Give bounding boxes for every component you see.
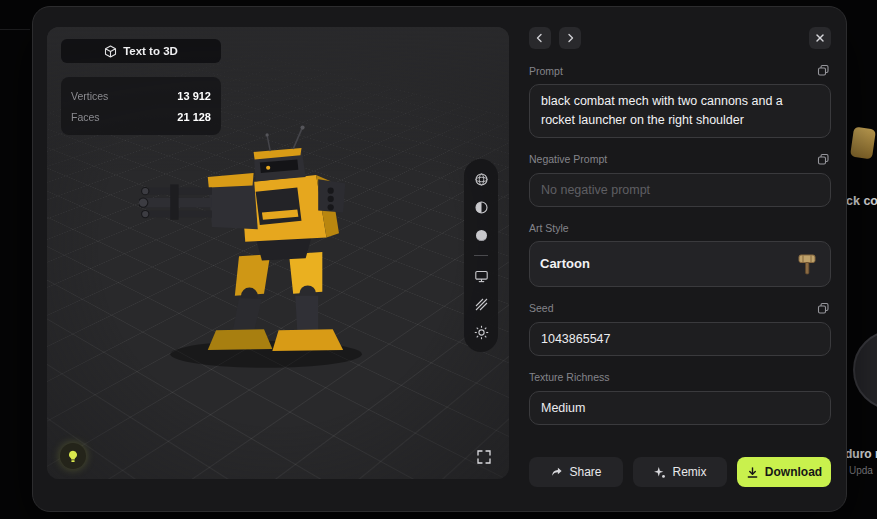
remix-label: Remix [672, 465, 706, 479]
texture-view-button[interactable] [467, 292, 495, 316]
light-bulb-icon [66, 449, 80, 464]
close-icon [813, 31, 827, 45]
texture-hatch-icon [474, 297, 489, 312]
expand-icon [476, 449, 492, 465]
previous-button[interactable] [529, 27, 551, 49]
mech-model-render [139, 125, 389, 375]
background-divider [0, 29, 30, 30]
copy-negative-prompt-button[interactable] [815, 151, 831, 167]
copy-icon [817, 302, 830, 315]
remix-sparkle-icon [653, 466, 666, 479]
generation-detail-modal: Text to 3D Vertices 13 912 Faces 21 128 [32, 6, 847, 512]
sun-icon [474, 325, 489, 340]
download-icon [746, 466, 759, 479]
prompt-text[interactable]: black combat mech with two cannons and a… [529, 84, 831, 138]
toolbar-divider [474, 255, 488, 256]
art-style-mallet-icon [794, 251, 820, 277]
cube-icon [104, 45, 117, 58]
text-to-3d-badge: Text to 3D [61, 39, 221, 63]
texture-richness-select[interactable]: Medium [529, 391, 831, 425]
texture-richness-label-row: Texture Richness [529, 370, 831, 385]
viewport-toolbar [464, 159, 498, 352]
copy-icon [817, 153, 830, 166]
close-button[interactable] [809, 27, 831, 49]
monitor-icon [474, 269, 489, 284]
vertices-value: 13 912 [177, 90, 211, 102]
wireframe-sphere-icon [474, 172, 489, 187]
art-style-label-row: Art Style [529, 221, 831, 236]
seed-value: 1043865547 [541, 332, 611, 346]
background-thumbnail-gold [850, 127, 876, 160]
chevron-left-icon [533, 31, 547, 45]
art-style-value: Cartoon [540, 256, 590, 271]
panel-nav [529, 27, 831, 49]
view-mode-textured-button[interactable] [467, 223, 495, 247]
faces-value: 21 128 [177, 111, 211, 123]
share-button[interactable]: Share [529, 457, 623, 487]
background-thumbnail-circle [853, 330, 877, 410]
faces-label: Faces [71, 111, 100, 123]
vertices-label: Vertices [71, 90, 108, 102]
negative-prompt-label-row: Negative Prompt [529, 152, 831, 167]
copy-seed-button[interactable] [815, 300, 831, 316]
fullscreen-button[interactable] [476, 447, 496, 467]
negative-prompt-input[interactable]: No negative prompt [529, 173, 831, 207]
faces-row: Faces 21 128 [71, 106, 211, 127]
art-style-label: Art Style [529, 222, 569, 234]
light-toggle-button[interactable] [60, 443, 86, 469]
copy-icon [817, 64, 830, 77]
negative-prompt-placeholder: No negative prompt [541, 183, 650, 197]
action-buttons: Share Remix [529, 457, 831, 487]
share-icon [550, 466, 563, 479]
prompt-label: Prompt [529, 65, 563, 77]
background-text-fragment: duro n [845, 447, 877, 461]
seed-label: Seed [529, 302, 554, 314]
display-mode-button[interactable] [467, 264, 495, 288]
seed-label-row: Seed [529, 301, 831, 316]
view-mode-wireframe-button[interactable] [467, 167, 495, 191]
background-text-fragment: ck co [846, 194, 877, 208]
seed-input[interactable]: 1043865547 [529, 322, 831, 356]
prompt-label-row: Prompt [529, 63, 831, 78]
art-style-select[interactable]: Cartoon [529, 241, 831, 287]
badge-label: Text to 3D [123, 45, 178, 57]
download-label: Download [765, 465, 822, 479]
model-stats: Vertices 13 912 Faces 21 128 [61, 77, 221, 135]
vertices-row: Vertices 13 912 [71, 85, 211, 106]
app-root: ck co duro n Upda [0, 0, 877, 519]
download-button[interactable]: Download [737, 457, 831, 487]
chevron-right-icon [563, 31, 577, 45]
details-panel: Prompt black combat mech with two cannon… [529, 27, 831, 487]
negative-prompt-label: Negative Prompt [529, 153, 607, 165]
texture-richness-value: Medium [541, 401, 585, 415]
texture-richness-label: Texture Richness [529, 371, 610, 383]
next-button[interactable] [559, 27, 581, 49]
share-label: Share [569, 465, 601, 479]
brightness-button[interactable] [467, 320, 495, 344]
textured-sphere-icon [474, 228, 489, 243]
remix-button[interactable]: Remix [633, 457, 727, 487]
background-text-fragment: Upda [849, 465, 873, 476]
copy-prompt-button[interactable] [815, 63, 831, 79]
shaded-sphere-icon [474, 200, 489, 215]
model-viewport[interactable]: Text to 3D Vertices 13 912 Faces 21 128 [47, 27, 509, 479]
view-mode-shaded-button[interactable] [467, 195, 495, 219]
